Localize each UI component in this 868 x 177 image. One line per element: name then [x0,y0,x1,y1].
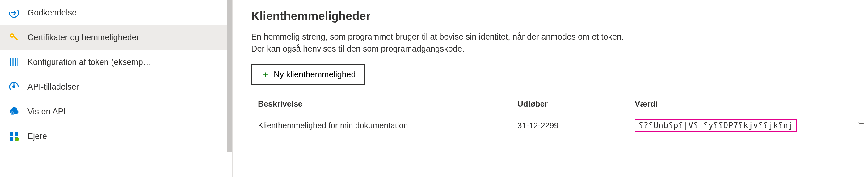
secret-description: Klienthemmelighed for min dokumentation [258,121,518,130]
secret-expires: 31-12-2299 [518,121,635,130]
svg-point-2 [11,35,13,36]
main-content: Klienthemmeligheder En hemmelig streng, … [232,0,868,177]
new-client-secret-label: Ny klienthemmelighed [274,70,356,79]
column-header-description: Beskrivelse [258,99,518,109]
sidebar-item-label: Vis en API [28,107,66,116]
sidebar: Godkendelse Certifikater og hemmelighede… [0,0,232,177]
secret-value: ⸮?⸮Unb⸮p⸮|V⸮ ⸮y⸮⸮DP7⸮kjv⸮⸮jk⸮nj [635,119,797,132]
sidebar-item-certificates-secrets[interactable]: Certifikater og hemmeligheder [0,25,232,50]
column-header-value: Værdi [635,99,848,109]
secrets-table: Beskrivelse Udløber Værdi Klienthemmelig… [251,94,868,137]
sidebar-item-authentication[interactable]: Godkendelse [0,0,232,25]
sidebar-item-label: Ejere [28,131,47,141]
sidebar-item-label: API-tilladelser [28,82,79,92]
svg-rect-15 [14,132,18,136]
svg-rect-8 [17,58,18,66]
table-row: Klienthemmelighed for min dokumentation … [251,114,868,137]
cloud-gear-icon [8,105,20,118]
sidebar-item-api-permissions[interactable]: API-tilladelser [0,75,232,99]
svg-rect-6 [12,58,13,66]
svg-rect-5 [10,58,11,66]
plus-icon: ＋ [261,68,270,81]
arrow-right-circle-icon [8,6,20,19]
sidebar-item-owners[interactable]: Ejere [0,124,232,149]
section-description: En hemmelig streng, som programmet bruge… [251,31,868,55]
sidebar-item-token-configuration[interactable]: Konfiguration af token (eksemp… [0,50,232,75]
owners-grid-icon [8,130,20,142]
api-permissions-icon [8,81,20,93]
sidebar-item-expose-api[interactable]: Vis en API [0,99,232,124]
sidebar-scrollbar[interactable] [227,0,232,152]
new-client-secret-button[interactable]: ＋ Ny klienthemmelighed [251,64,365,85]
svg-rect-16 [9,137,13,141]
svg-point-10 [12,85,16,88]
token-config-icon [8,56,20,68]
key-icon [8,31,20,43]
svg-rect-3 [13,35,18,40]
sidebar-item-label: Godkendelse [28,8,76,18]
svg-point-18 [15,138,19,141]
svg-rect-7 [15,58,16,66]
copy-secret-button[interactable] [855,120,866,131]
section-description-line2: Der kan også henvises til den som progra… [251,44,464,54]
section-title: Klienthemmeligheder [251,9,868,23]
svg-rect-19 [859,123,864,129]
copy-icon [856,121,866,130]
column-header-expires: Udløber [518,99,635,109]
sidebar-item-label: Konfiguration af token (eksemp… [28,57,151,67]
section-description-line1: En hemmelig streng, som programmet bruge… [251,32,624,41]
table-header-row: Beskrivelse Udløber Værdi [251,94,868,114]
svg-point-13 [12,113,13,114]
sidebar-item-label: Certifikater og hemmeligheder [28,33,139,42]
svg-rect-14 [9,132,13,136]
